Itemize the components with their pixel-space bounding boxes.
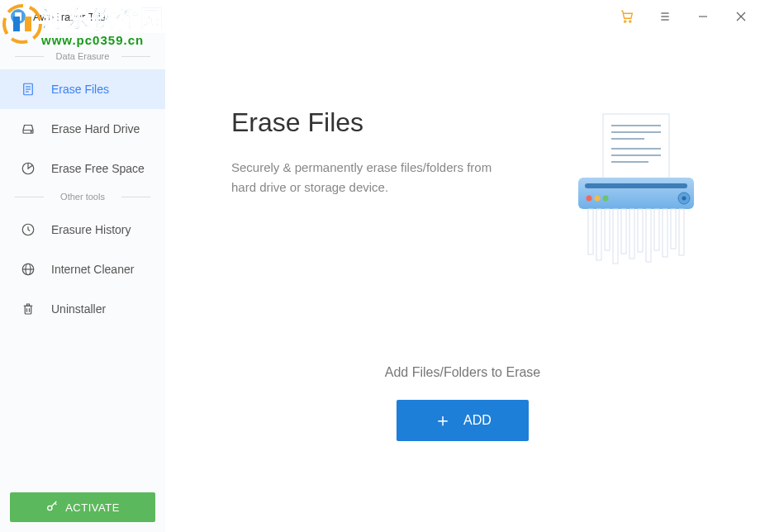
svg-point-36 [587,196,592,202]
menu-icon [658,10,672,23]
shredder-illustration [562,107,710,273]
svg-point-6 [629,21,631,22]
sidebar-item-label: Erase Hard Drive [51,122,140,135]
activate-button[interactable]: ACTIVATE [10,492,155,522]
activate-label: ACTIVATE [65,501,120,514]
svg-point-5 [625,21,626,22]
titlebar: AweEraser Trial [0,0,760,33]
cart-button[interactable] [608,0,646,33]
svg-rect-44 [613,209,618,264]
minimize-button[interactable] [684,0,722,33]
svg-rect-43 [605,209,610,250]
clock-icon [20,221,36,238]
sidebar-item-label: Erasure History [51,223,131,236]
page-description: Securely & permanently erase files/folde… [231,158,512,197]
app-title: AweEraser Trial [33,11,109,23]
sidebar-item-erasure-history[interactable]: Erasure History [0,210,165,249]
menu-button[interactable] [646,0,684,33]
minimize-icon [698,12,708,21]
svg-rect-47 [638,209,643,252]
svg-rect-48 [646,209,651,262]
add-hint-text: Add Files/Folders to Erase [165,365,760,380]
sidebar-item-erase-hard-drive[interactable]: Erase Hard Drive [0,109,165,149]
svg-rect-52 [679,209,684,255]
close-icon [736,12,746,21]
key-icon [45,500,59,515]
piechart-icon [20,160,36,177]
sidebar-item-label: Erase Free Space [51,162,145,175]
svg-rect-4 [15,12,21,21]
svg-point-40 [682,197,686,201]
cart-icon [620,9,634,24]
sidebar-item-label: Erase Files [51,83,109,96]
add-button-label: ADD [463,413,492,428]
sidebar-item-uninstaller[interactable]: Uninstaller [0,289,165,329]
sidebar-item-erase-free-space[interactable]: Erase Free Space [0,149,165,188]
svg-rect-34 [578,178,694,209]
close-button[interactable] [722,0,760,33]
svg-rect-41 [588,209,593,254]
sidebar-section-other-tools: Other tools [0,192,165,202]
sidebar-section-data-erasure: Data Erasure [0,51,165,61]
svg-rect-27 [603,114,669,180]
svg-rect-49 [654,209,659,250]
svg-point-26 [48,506,52,510]
app-icon [10,8,26,25]
content-area: Erase Files Securely & permanently erase… [165,33,760,532]
add-button[interactable]: ＋ ADD [397,400,529,441]
plus-icon: ＋ [434,408,452,433]
globe-icon [20,261,36,278]
file-icon [20,81,36,97]
sidebar: Data Erasure Erase Files Erase Hard Driv… [0,33,165,532]
page-title: Erase Files [231,107,545,138]
svg-rect-50 [663,209,667,257]
sidebar-item-internet-cleaner[interactable]: Internet Cleaner [0,249,165,289]
svg-rect-35 [585,183,687,188]
sidebar-item-label: Uninstaller [51,302,106,316]
svg-rect-45 [621,209,626,254]
trash-icon [20,301,36,317]
svg-rect-46 [629,209,634,259]
svg-point-38 [603,196,609,202]
drive-icon [20,121,36,137]
sidebar-item-erase-files[interactable]: Erase Files [0,69,165,109]
svg-point-37 [595,196,601,202]
svg-rect-42 [596,209,601,260]
svg-rect-51 [671,209,676,249]
sidebar-item-label: Internet Cleaner [51,263,134,276]
svg-point-18 [31,131,31,132]
